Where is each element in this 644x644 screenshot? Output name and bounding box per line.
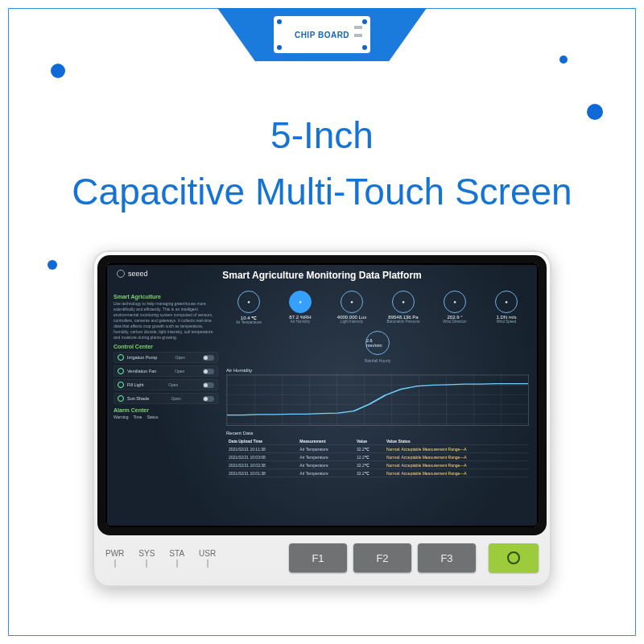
- led-indicator: [207, 559, 208, 568]
- sidebar: Smart Agriculture Use technology to help…: [114, 291, 218, 519]
- toggle[interactable]: [203, 355, 214, 361]
- cell-measure: Air Temperature: [297, 461, 354, 469]
- metric-ring: ●: [341, 291, 363, 313]
- cell-time: 2021/02/21 10:02:38: [226, 461, 297, 469]
- cell-status: Normal: Acceptable Measurement Range—A: [384, 453, 529, 461]
- toggle-label: Open: [171, 396, 180, 401]
- control-row[interactable]: Fill Light Open: [114, 379, 218, 390]
- metric-ring: ●: [237, 291, 260, 313]
- led-label: USR: [199, 549, 216, 558]
- product-card: CHIP BOARD 5-Inch Capacitive Multi-Touch…: [8, 8, 636, 636]
- metric-label: Light Intensity: [329, 320, 374, 324]
- port-icon: [354, 26, 362, 29]
- control-icon: [118, 382, 124, 388]
- table-row: 2021/02/21 10:02:38 Air Temperature 32.2…: [226, 461, 529, 469]
- cell-value: 32.2℃: [354, 445, 384, 453]
- chart-title: Air Humidity: [226, 368, 529, 373]
- cell-value: 32.2℃: [354, 469, 384, 477]
- control-icon: [118, 368, 124, 374]
- metric: ● 1.DN m/s Wind Speed: [484, 291, 529, 324]
- metric: ● 89548.136 Pa Barometric Pressure: [381, 291, 426, 324]
- metric-label: Wind Speed: [484, 320, 529, 324]
- control-row[interactable]: Ventilation Fan Open: [114, 365, 218, 377]
- f-button[interactable]: F2: [353, 543, 411, 572]
- rain-label: Rainfall Hourly: [226, 358, 529, 363]
- main-panel: ● 10.4 ℃ Air Temperature ● 87.2 %RH Air …: [226, 291, 529, 519]
- toggle[interactable]: [203, 382, 214, 388]
- alarm-col: Status: [147, 415, 158, 419]
- table-row: 2021/02/21 10:11:38 Air Temperature 32.2…: [226, 445, 529, 453]
- decor-dot: [559, 56, 568, 64]
- rain-ring: 2.6 mm/min: [365, 331, 390, 355]
- cell-time: 2021/02/21 10:03:08: [226, 453, 297, 461]
- metric-value: 10.4 ℃: [226, 315, 271, 320]
- toggle-label: Open: [175, 369, 184, 374]
- led-row: PWRSYSSTAUSR: [105, 549, 216, 568]
- control-label: Sun Shade: [127, 396, 149, 401]
- led-label: PWR: [105, 549, 124, 558]
- table-header: Value: [354, 437, 384, 445]
- sidebar-sec1-text: Use technology to help managing greenhou…: [114, 301, 218, 341]
- cell-time: 2021/02/21 10:11:38: [226, 445, 297, 453]
- cell-status: Normal: Acceptable Measurement Range—A: [384, 469, 529, 477]
- metric-ring: ●: [289, 291, 312, 313]
- toggle-label: Open: [175, 355, 185, 360]
- f-button-row: F1F2F3: [289, 543, 476, 572]
- sidebar-sec1-title: Smart Agriculture: [114, 294, 218, 299]
- screen-header: Smart Agriculture Monitoring Data Platfo…: [105, 270, 539, 281]
- table-header: Data Upload Time: [226, 437, 297, 445]
- power-button[interactable]: [489, 543, 539, 572]
- decor-dot: [51, 64, 65, 78]
- screen[interactable]: seeed Smart Agriculture Monitoring Data …: [105, 263, 539, 527]
- led-indicator: [114, 559, 116, 568]
- led-label: STA: [169, 549, 184, 558]
- metric-label: Wind Direction: [432, 320, 477, 324]
- cell-measure: Air Temperature: [297, 469, 354, 477]
- metric-ring: ●: [495, 291, 518, 313]
- metric-label: Barometric Pressure: [381, 320, 426, 324]
- cell-status: Normal: Acceptable Measurement Range—A: [384, 445, 529, 453]
- led-indicator: [176, 559, 178, 568]
- chipboard-logo: CHIP BOARD: [274, 16, 370, 53]
- led-indicator: [146, 559, 147, 568]
- bezel: PWRSYSSTAUSR F1F2F3: [105, 539, 539, 577]
- led: PWR: [105, 549, 124, 568]
- cell-status: Normal: Acceptable Measurement Range—A: [384, 461, 529, 469]
- control-icon: [118, 354, 124, 361]
- decor-dot: [47, 260, 57, 270]
- metric: ● 10.4 ℃ Air Temperature: [226, 291, 271, 324]
- led: STA: [169, 549, 184, 568]
- table-row: 2021/02/21 10:01:38 Air Temperature 32.2…: [226, 469, 529, 477]
- table-header: Measurement: [297, 437, 354, 445]
- f-button[interactable]: F3: [418, 543, 476, 572]
- cell-value: 32.2℃: [354, 461, 384, 469]
- table-title: Recent Data: [226, 431, 529, 436]
- alarm-col: Warning: [114, 415, 128, 419]
- led-label: SYS: [138, 549, 155, 558]
- humidity-chart: [226, 374, 529, 426]
- alarm-header: Warning Time Status: [114, 415, 218, 419]
- power-icon: [507, 551, 520, 564]
- cell-measure: Air Temperature: [297, 453, 354, 461]
- control-row[interactable]: Irrigation Pump Open: [114, 352, 218, 363]
- recent-data-table: Data Upload TimeMeasurementValueValue St…: [226, 437, 529, 477]
- cell-value: 12.2℃: [354, 453, 384, 461]
- control-label: Fill Light: [127, 382, 143, 387]
- device: seeed Smart Agriculture Monitoring Data …: [93, 250, 551, 587]
- control-row[interactable]: Sun Shade Open: [114, 393, 218, 404]
- table-row: 2021/02/21 10:03:08 Air Temperature 12.2…: [226, 453, 529, 461]
- toggle[interactable]: [203, 369, 214, 374]
- metric: ● 4000.000 Lux Light Intensity: [329, 291, 374, 324]
- control-label: Irrigation Pump: [127, 355, 157, 360]
- top-banner: CHIP BOARD: [217, 8, 427, 61]
- toggle[interactable]: [203, 396, 214, 402]
- metric: ● 87.2 %RH Air Humidity: [278, 291, 323, 324]
- alarm-col: Time: [133, 415, 142, 419]
- table-header: Value Status: [384, 437, 529, 445]
- cell-time: 2021/02/21 10:01:38: [226, 469, 297, 477]
- sidebar-sec2-title: Control Center: [114, 344, 218, 349]
- control-icon: [118, 395, 124, 402]
- f-button[interactable]: F1: [289, 543, 347, 572]
- sidebar-sec3-title: Alarm Center: [114, 407, 218, 413]
- metric: ● 202.9 ° Wind Direction: [432, 291, 477, 324]
